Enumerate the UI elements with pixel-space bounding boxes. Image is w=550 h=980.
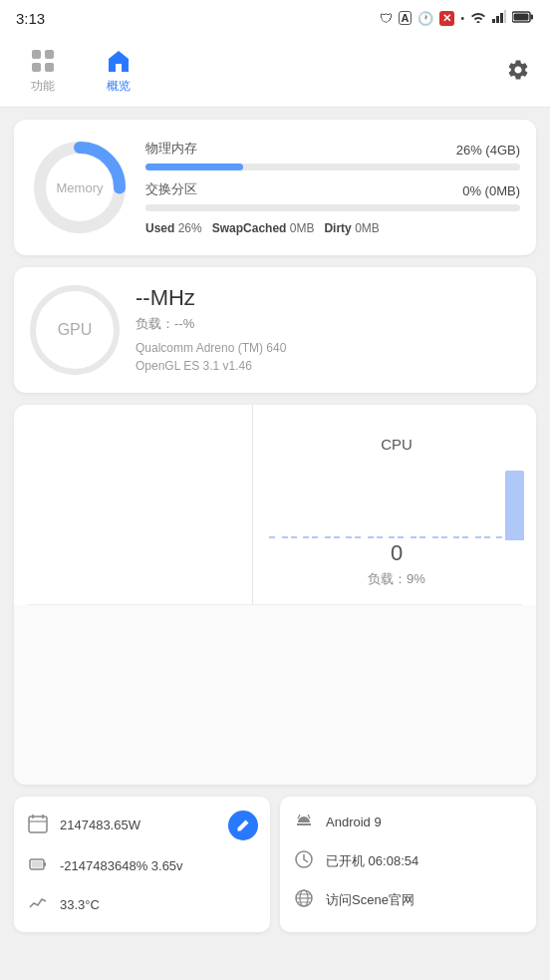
signal-icon: [492, 10, 506, 26]
nav-bar: 功能 概览: [0, 36, 550, 108]
battery-status-icon: [512, 10, 534, 26]
memory-row: Memory 物理内存 26% (4GB) 交换分区 0% (0MB): [30, 138, 520, 237]
info-item-battery: -2147483648% 3.65v: [26, 854, 258, 879]
donut-label: Memory: [57, 180, 104, 195]
info-card-left: 2147483.65W -2147483648% 3.65v 33.3°C: [14, 797, 270, 932]
svg-rect-8: [45, 50, 54, 59]
uptime-value: 已开机 06:08:54: [326, 852, 418, 870]
swap-memory-item: 交换分区 0% (0MB): [145, 180, 520, 211]
settings-icon: [506, 58, 530, 82]
status-time: 3:13: [16, 10, 45, 27]
cpu-inner: CPU 0 负载：9%: [14, 405, 536, 604]
used-stat: Used 26%: [145, 221, 202, 235]
info-item-website[interactable]: 访问Scene官网: [292, 888, 524, 913]
cpu-bar-0: [269, 536, 288, 538]
svg-point-20: [300, 819, 302, 821]
cpu-bar-8: [441, 536, 460, 538]
info-item-uptime: 已开机 06:08:54: [292, 849, 524, 874]
calendar-icon: [26, 814, 50, 838]
physical-memory-value: 26% (4GB): [456, 143, 520, 158]
shield-icon: 🛡: [380, 11, 393, 26]
gpu-load: 负载：--%: [136, 315, 520, 333]
android-version: Android 9: [326, 814, 382, 831]
svg-rect-5: [531, 15, 534, 20]
svg-rect-6: [514, 14, 529, 21]
swap-value: 0% (0MB): [462, 183, 520, 198]
physical-memory-label: 物理内存: [145, 140, 197, 158]
svg-line-22: [298, 815, 300, 818]
dot-icon: •: [460, 13, 464, 24]
svg-point-21: [306, 819, 308, 821]
status-icons: 🛡 A 🕐 ✕ •: [380, 10, 534, 26]
cpu-load-text: 负载：9%: [368, 570, 425, 588]
memory-stats: Used 26% SwapCached 0MB Dirty 0MB: [145, 221, 520, 235]
svg-rect-10: [45, 63, 54, 72]
cpu-right-panel: CPU 0 负载：9%: [253, 405, 536, 604]
cpu-bar-9: [462, 536, 481, 538]
cpu-bar-11: [505, 471, 524, 540]
swap-bar-bg: [145, 204, 520, 211]
grid-icon: [30, 48, 56, 74]
memory-details: 物理内存 26% (4GB) 交换分区 0% (0MB) Used 2: [145, 140, 520, 235]
swapcached-stat: SwapCached 0MB: [212, 221, 315, 235]
website-link: 访问Scene官网: [326, 891, 414, 909]
power-value: 2147483.65W: [60, 817, 140, 834]
svg-rect-2: [500, 13, 503, 23]
edit-button[interactable]: [228, 811, 258, 840]
physical-memory-item: 物理内存 26% (4GB): [145, 140, 520, 170]
battery-value: -2147483648% 3.65v: [60, 857, 183, 875]
battery-info-icon: [26, 854, 50, 879]
info-item-temp: 33.3°C: [26, 893, 258, 918]
x-icon: ✕: [439, 11, 454, 26]
gpu-model: Qualcomm Adreno (TM) 640 OpenGL ES 3.1 v…: [136, 339, 520, 375]
a-icon: A: [399, 11, 412, 25]
svg-rect-19: [32, 861, 43, 868]
gpu-circle: GPU: [30, 285, 120, 375]
cpu-chart: [269, 461, 524, 540]
chart-icon: [26, 893, 50, 918]
cpu-bar-6: [398, 536, 416, 538]
info-card-right: Android 9 已开机 06:08:54 访问Scene官网: [280, 797, 536, 932]
gpu-mhz: --MHz: [136, 285, 520, 311]
globe-icon: [292, 888, 316, 913]
dirty-stat: Dirty 0MB: [324, 221, 379, 235]
cpu-left-panel: [14, 405, 253, 604]
svg-rect-13: [29, 817, 47, 832]
svg-rect-18: [44, 862, 46, 866]
tab-features[interactable]: 功能: [20, 42, 66, 101]
bottom-grid: 2147483.65W -2147483648% 3.65v 33.3°C: [14, 797, 536, 932]
tab-features-label: 功能: [31, 78, 55, 95]
cpu-bar-4: [355, 536, 374, 538]
cpu-bar-5: [377, 536, 396, 538]
swap-label: 交换分区: [145, 180, 197, 198]
cpu-bar-10: [484, 536, 503, 538]
gpu-row: GPU --MHz 负载：--% Qualcomm Adreno (TM) 64…: [30, 285, 520, 375]
physical-bar-bg: [145, 163, 520, 170]
physical-bar-fill: [145, 163, 243, 170]
svg-rect-9: [32, 63, 41, 72]
cpu-bar-2: [312, 536, 331, 538]
cpu-bar-1: [291, 536, 310, 538]
gpu-details: --MHz 负载：--% Qualcomm Adreno (TM) 640 Op…: [136, 285, 520, 375]
cpu-bar-3: [334, 536, 353, 538]
cpu-bottom-area: [14, 605, 536, 785]
svg-rect-7: [32, 50, 41, 59]
gpu-circle-label: GPU: [58, 321, 93, 339]
cpu-bar-7: [419, 536, 438, 538]
clock-status-icon: 🕐: [417, 11, 433, 26]
status-bar: 3:13 🛡 A 🕐 ✕ •: [0, 0, 550, 36]
svg-rect-0: [492, 19, 495, 23]
tab-overview-label: 概览: [107, 78, 131, 95]
memory-donut: Memory: [30, 138, 130, 237]
wifi-icon: [470, 10, 486, 26]
settings-button[interactable]: [506, 58, 530, 85]
temp-value: 33.3°C: [60, 896, 100, 914]
home-icon: [106, 48, 132, 74]
info-item-android: Android 9: [292, 811, 524, 835]
memory-card: Memory 物理内存 26% (4GB) 交换分区 0% (0MB): [14, 120, 536, 255]
gpu-card: GPU --MHz 负载：--% Qualcomm Adreno (TM) 64…: [14, 267, 536, 393]
cpu-card: CPU 0 负载：9%: [14, 405, 536, 785]
android-icon: [292, 811, 316, 835]
svg-line-23: [308, 815, 310, 818]
tab-overview[interactable]: 概览: [96, 42, 141, 101]
